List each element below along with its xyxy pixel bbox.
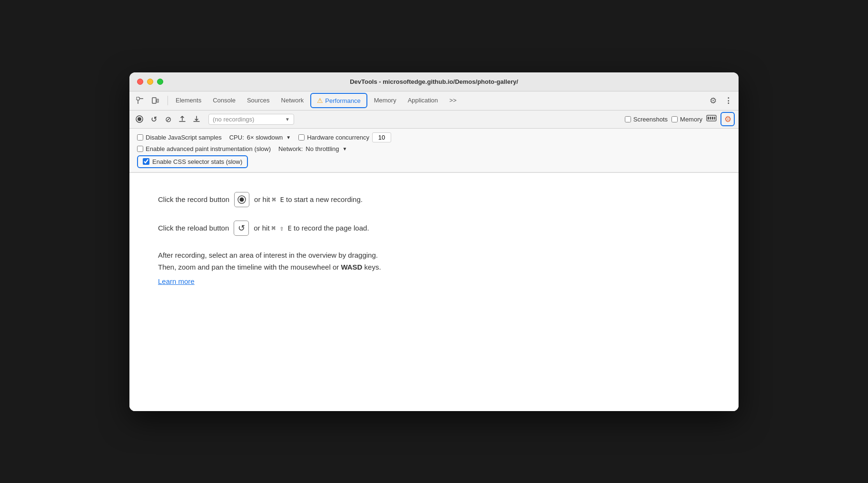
instruction-reload: Click the reload button ↺ or hit ⌘ ⇧ E t… bbox=[158, 221, 710, 236]
titlebar: DevTools - microsoftedge.github.io/Demos… bbox=[129, 72, 739, 91]
enable-css-selector-checkbox[interactable] bbox=[143, 158, 149, 165]
tab-separator bbox=[168, 96, 168, 105]
enable-advanced-paint-checkbox[interactable] bbox=[137, 146, 143, 152]
svg-rect-10 bbox=[712, 117, 713, 120]
svg-rect-4 bbox=[157, 99, 158, 102]
tab-elements[interactable]: Elements bbox=[170, 91, 207, 110]
settings-area: Disable JavaScript samples CPU: 6× slowd… bbox=[129, 129, 739, 172]
tab-network[interactable]: Network bbox=[276, 91, 310, 110]
cpu-control: CPU: 6× slowdown ▼ bbox=[229, 134, 291, 141]
record-button-illustration bbox=[234, 192, 249, 207]
memory-stats-icon[interactable] bbox=[706, 114, 717, 124]
settings-row-2: Enable advanced paint instrumentation (s… bbox=[137, 145, 731, 152]
screenshots-checkbox-label[interactable]: Screenshots bbox=[625, 116, 668, 123]
network-control: Network: No throttling ▼ bbox=[278, 145, 347, 152]
description-line2: Then, zoom and pan the timeline with the… bbox=[158, 261, 710, 273]
dropdown-arrow-icon: ▼ bbox=[285, 117, 290, 122]
tab-application[interactable]: Application bbox=[402, 91, 444, 110]
svg-point-13 bbox=[240, 197, 244, 201]
devtools-body: Elements Console Sources Network ⚠ Perfo… bbox=[129, 91, 739, 411]
instruction-record: Click the record button or hit ⌘ E to st… bbox=[158, 192, 710, 207]
upload-button[interactable] bbox=[176, 113, 188, 125]
settings-icon[interactable]: ⚙ bbox=[706, 94, 720, 107]
toolbar-right: Screenshots Memory ⚙ bbox=[625, 112, 735, 126]
disable-js-samples-label[interactable]: Disable JavaScript samples bbox=[137, 134, 222, 141]
enable-advanced-paint-label[interactable]: Enable advanced paint instrumentation (s… bbox=[137, 145, 271, 152]
inspect-element-icon[interactable] bbox=[133, 94, 147, 107]
svg-rect-11 bbox=[714, 117, 716, 120]
tab-performance[interactable]: ⚠ Performance bbox=[310, 93, 367, 108]
tab-overflow[interactable]: >> bbox=[444, 91, 462, 110]
reload-button[interactable]: ↺ bbox=[148, 113, 160, 125]
traffic-lights bbox=[137, 79, 163, 85]
gear-settings-button[interactable]: ⚙ bbox=[720, 112, 735, 126]
tab-console[interactable]: Console bbox=[207, 91, 241, 110]
performance-toolbar: ↺ ⊘ (no recordings) ▼ bbox=[129, 111, 739, 129]
devtools-window: DevTools - microsoftedge.github.io/Demos… bbox=[129, 72, 739, 411]
hw-concurrency-control: Hardware concurrency bbox=[298, 132, 391, 142]
clear-button[interactable]: ⊘ bbox=[162, 113, 174, 125]
close-button[interactable] bbox=[137, 79, 143, 85]
svg-rect-8 bbox=[708, 117, 709, 120]
network-dropdown-icon: ▼ bbox=[342, 146, 347, 151]
enable-css-selector-label[interactable]: Enable CSS selector stats (slow) bbox=[137, 155, 248, 168]
network-throttling-select[interactable]: No throttling ▼ bbox=[306, 145, 347, 152]
recordings-dropdown[interactable]: (no recordings) ▼ bbox=[208, 114, 294, 125]
settings-row-1: Disable JavaScript samples CPU: 6× slowd… bbox=[137, 132, 731, 142]
svg-rect-0 bbox=[137, 97, 139, 100]
device-toolbar-icon[interactable] bbox=[148, 94, 162, 107]
hw-concurrency-label[interactable]: Hardware concurrency bbox=[298, 134, 369, 141]
download-button[interactable] bbox=[190, 113, 203, 125]
svg-rect-9 bbox=[710, 117, 711, 120]
reload-button-illustration: ↺ bbox=[234, 221, 249, 236]
cpu-dropdown-icon: ▼ bbox=[286, 135, 291, 140]
tab-sources[interactable]: Sources bbox=[241, 91, 276, 110]
window-title: DevTools - microsoftedge.github.io/Demos… bbox=[350, 78, 518, 85]
cpu-throttling-select[interactable]: 6× slowdown ▼ bbox=[247, 134, 291, 141]
screenshots-checkbox[interactable] bbox=[625, 116, 631, 122]
tab-actions: ⚙ ⋮ bbox=[706, 94, 735, 107]
hw-concurrency-input[interactable] bbox=[372, 132, 391, 142]
record-button[interactable] bbox=[133, 113, 146, 125]
svg-point-6 bbox=[138, 117, 141, 121]
main-content: Click the record button or hit ⌘ E to st… bbox=[129, 173, 739, 411]
maximize-button[interactable] bbox=[157, 79, 163, 85]
learn-more-link[interactable]: Learn more bbox=[158, 275, 710, 288]
memory-checkbox[interactable] bbox=[671, 116, 678, 122]
settings-row-3: Enable CSS selector stats (slow) bbox=[137, 155, 731, 168]
performance-warning-icon: ⚠ bbox=[317, 97, 323, 104]
minimize-button[interactable] bbox=[147, 79, 153, 85]
tab-icons bbox=[133, 94, 162, 107]
tab-bar: Elements Console Sources Network ⚠ Perfo… bbox=[129, 91, 739, 111]
description-line1: After recording, select an area of inter… bbox=[158, 249, 710, 262]
svg-rect-3 bbox=[152, 98, 156, 103]
description-block: After recording, select an area of inter… bbox=[158, 249, 710, 288]
memory-checkbox-label[interactable]: Memory bbox=[671, 116, 702, 123]
tab-memory[interactable]: Memory bbox=[368, 91, 402, 110]
hw-concurrency-checkbox[interactable] bbox=[298, 134, 305, 141]
disable-js-samples-checkbox[interactable] bbox=[137, 134, 143, 141]
more-options-icon[interactable]: ⋮ bbox=[721, 94, 735, 107]
